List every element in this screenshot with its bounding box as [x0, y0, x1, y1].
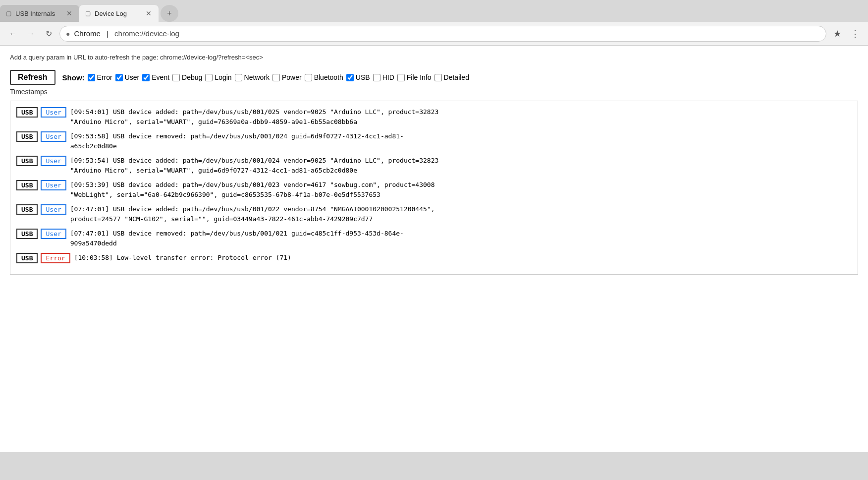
checkbox-power-label: Power [282, 73, 302, 81]
checkbox-hid-input[interactable] [373, 74, 380, 81]
reload-button[interactable]: ↻ [42, 27, 55, 41]
tab-page-icon: ▢ [6, 10, 11, 17]
checkbox-debug[interactable]: Debug [172, 73, 202, 81]
checkbox-user[interactable]: User [115, 73, 140, 81]
log-entry: USB User [07:47:01] USB device removed: … [16, 229, 852, 248]
checkbox-power[interactable]: Power [272, 73, 302, 81]
info-text: Add a query param in URL to auto-refresh… [10, 54, 858, 61]
log-type-usb: USB [16, 253, 38, 263]
log-entry: USB User [07:47:01] USB device added: pa… [16, 204, 852, 224]
log-level-user: User [41, 107, 66, 118]
checkbox-error[interactable]: Error [88, 73, 112, 81]
tab-usb-internals-label: USB Internals [15, 10, 55, 17]
log-entry: USB Error [10:03:58] Low-level transfer … [16, 253, 852, 263]
checkbox-network[interactable]: Network [235, 73, 270, 81]
show-label: Show: [62, 73, 85, 82]
tab-device-log-icon: ▢ [85, 10, 91, 17]
browser-window: ▢ USB Internals ✕ ▢ Device Log ✕ + ← → ↻… [0, 0, 868, 480]
log-entry: USB User [09:53:54] USB device added: pa… [16, 156, 852, 175]
log-message: [10:03:58] Low-level transfer error: Pro… [74, 253, 852, 263]
checkbox-detailed-input[interactable] [434, 74, 442, 81]
controls-bar: Refresh Show: Error User Event Debug Log… [10, 70, 858, 85]
site-security-icon: ● [66, 30, 70, 38]
new-tab-button[interactable]: + [161, 5, 178, 22]
log-message: [09:53:58] USB device removed: path=/dev… [70, 131, 852, 151]
checkbox-detailed[interactable]: Detailed [434, 73, 469, 81]
timestamps-label: Timestamps [10, 88, 858, 96]
checkbox-event-label: Event [152, 73, 169, 81]
checkbox-login-label: Login [215, 73, 231, 81]
checkbox-usb-input[interactable] [346, 74, 354, 81]
page-content: Add a query param in URL to auto-refresh… [0, 46, 868, 452]
tab-bar: ▢ USB Internals ✕ ▢ Device Log ✕ + [0, 0, 868, 22]
tab-device-log[interactable]: ▢ Device Log ✕ [79, 5, 159, 22]
checkbox-hid-label: HID [382, 73, 394, 81]
site-name: Chrome [74, 29, 100, 38]
forward-button[interactable]: → [24, 27, 38, 41]
checkbox-fileinfo-label: File Info [407, 73, 432, 81]
log-level-user: User [41, 229, 66, 239]
back-button[interactable]: ← [6, 27, 20, 41]
checkbox-power-input[interactable] [272, 74, 280, 81]
log-type-usb: USB [16, 156, 38, 166]
checkbox-user-label: User [125, 73, 140, 81]
log-message: [07:47:01] USB device removed: path=/dev… [70, 229, 852, 248]
refresh-button[interactable]: Refresh [10, 70, 55, 85]
checkbox-network-label: Network [244, 73, 270, 81]
log-container: USB User [09:54:01] USB device added: pa… [10, 101, 858, 275]
checkbox-fileinfo[interactable]: File Info [397, 73, 432, 81]
checkbox-bluetooth-label: Bluetooth [314, 73, 343, 81]
checkbox-network-input[interactable] [235, 74, 242, 81]
checkbox-debug-label: Debug [182, 73, 202, 81]
menu-button[interactable]: ⋮ [848, 27, 862, 41]
bookmark-button[interactable]: ★ [830, 27, 844, 41]
log-type-usb: USB [16, 107, 38, 118]
log-message: [09:53:54] USB device added: path=/dev/b… [70, 156, 852, 175]
checkbox-login[interactable]: Login [205, 73, 231, 81]
toolbar-right: ★ ⋮ [830, 27, 862, 41]
log-type-usb: USB [16, 131, 38, 142]
tab-device-log-label: Device Log [95, 10, 127, 17]
checkbox-event[interactable]: Event [142, 73, 169, 81]
log-level-error: Error [41, 253, 70, 263]
checkbox-bluetooth-input[interactable] [305, 74, 312, 81]
log-level-user: User [41, 131, 66, 142]
log-type-usb: USB [16, 204, 38, 215]
log-level-user: User [41, 156, 66, 166]
checkbox-login-input[interactable] [205, 74, 213, 81]
log-message: [09:53:39] USB device added: path=/dev/b… [70, 180, 852, 199]
browser-toolbar: ← → ↻ ● Chrome | chrome://device-log ★ ⋮ [0, 22, 868, 46]
checkbox-usb-label: USB [356, 73, 370, 81]
checkbox-usb[interactable]: USB [346, 73, 370, 81]
address-url: chrome://device-log [114, 29, 179, 38]
tab-usb-internals-close[interactable]: ✕ [65, 9, 73, 17]
address-separator: | [105, 29, 110, 38]
checkbox-user-input[interactable] [115, 74, 123, 81]
checkbox-bluetooth[interactable]: Bluetooth [305, 73, 343, 81]
checkbox-event-input[interactable] [142, 74, 150, 81]
log-level-user: User [41, 180, 66, 190]
tab-device-log-close[interactable]: ✕ [145, 9, 153, 17]
log-entry: USB User [09:53:58] USB device removed: … [16, 131, 852, 151]
tab-usb-internals[interactable]: ▢ USB Internals ✕ [0, 5, 79, 22]
log-type-usb: USB [16, 180, 38, 190]
checkbox-error-input[interactable] [88, 74, 95, 81]
checkbox-debug-input[interactable] [172, 74, 180, 81]
log-message: [07:47:01] USB device added: path=/dev/b… [70, 204, 852, 224]
checkbox-detailed-label: Detailed [444, 73, 469, 81]
log-type-usb: USB [16, 229, 38, 239]
log-level-user: User [41, 204, 66, 215]
checkbox-hid[interactable]: HID [373, 73, 394, 81]
checkbox-error-label: Error [97, 73, 112, 81]
log-message: [09:54:01] USB device added: path=/dev/b… [70, 107, 852, 126]
log-entry: USB User [09:53:39] USB device added: pa… [16, 180, 852, 199]
log-entry: USB User [09:54:01] USB device added: pa… [16, 107, 852, 126]
checkbox-fileinfo-input[interactable] [397, 74, 405, 81]
address-bar[interactable]: ● Chrome | chrome://device-log [59, 26, 826, 42]
